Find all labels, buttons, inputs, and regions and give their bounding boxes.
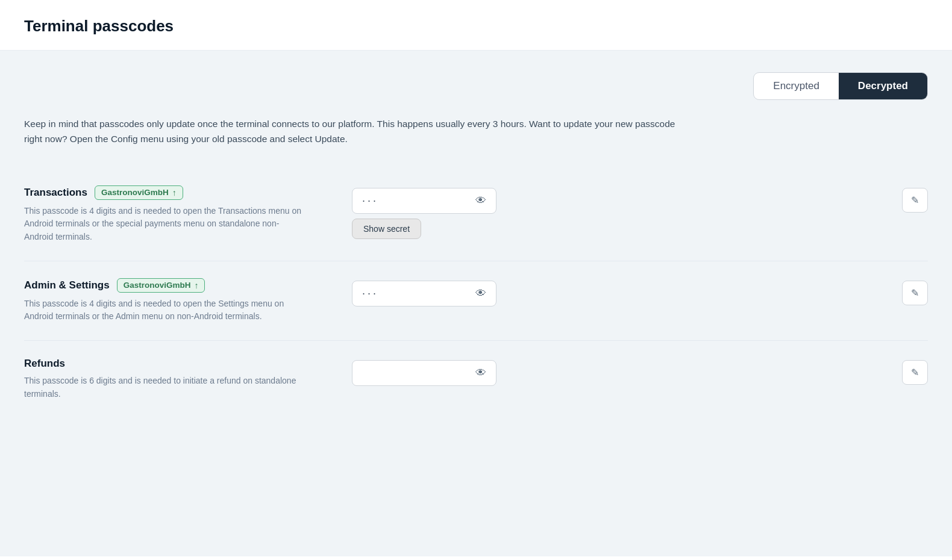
edit-icon-refunds: ✎ [911,367,919,378]
show-secret-button-transactions[interactable]: Show secret [352,219,421,239]
passcode-info-refunds: Refunds This passcode is 6 digits and is… [24,358,337,400]
passcode-value-refunds [362,367,468,379]
passcode-name-transactions: Transactions [24,187,87,199]
passcode-right-transactions: ✎ [902,185,928,213]
info-text: Keep in mind that passcodes only update … [24,117,687,147]
passcode-name-row-admin: Admin & Settings GastronoviGmbH ↑ [24,278,337,293]
passcode-name-refunds: Refunds [24,358,65,370]
passcode-input-row-refunds: 👁 [352,360,496,386]
passcode-item-refunds: Refunds This passcode is 6 digits and is… [24,341,928,417]
passcode-value-transactions: ··· [362,194,468,207]
passcode-name-row-refunds: Refunds [24,358,337,370]
passcode-info-admin: Admin & Settings GastronoviGmbH ↑ This p… [24,278,337,323]
org-badge-admin: GastronoviGmbH ↑ [117,278,205,293]
eye-icon-admin[interactable]: 👁 [475,287,486,300]
passcode-right-refunds: ✎ [902,358,928,385]
edit-icon-admin: ✎ [911,287,919,299]
passcode-desc-refunds: This passcode is 6 digits and is needed … [24,375,301,400]
passcode-field-area-refunds: 👁 [352,358,888,386]
edit-button-admin[interactable]: ✎ [902,281,928,305]
passcode-field-area-admin: ··· 👁 [352,278,888,306]
edit-button-refunds[interactable]: ✎ [902,360,928,385]
encrypted-toggle[interactable]: Encrypted [754,73,839,99]
org-name-transactions: GastronoviGmbH [101,188,169,197]
page-header: Terminal passcodes [0,0,952,51]
passcode-right-admin: ✎ [902,278,928,305]
passcode-name-row-transactions: Transactions GastronoviGmbH ↑ [24,185,337,200]
passcode-input-row-transactions: ··· 👁 [352,188,496,214]
org-name-admin: GastronoviGmbH [124,281,191,290]
passcode-item-admin: Admin & Settings GastronoviGmbH ↑ This p… [24,261,928,341]
passcode-field-area-transactions: ··· 👁 Show secret [352,185,888,239]
org-badge-transactions: GastronoviGmbH ↑ [95,185,183,200]
passcode-desc-transactions: This passcode is 4 digits and is needed … [24,205,301,244]
passcode-name-admin: Admin & Settings [24,279,110,291]
passcode-field-admin: ··· 👁 [352,281,496,306]
passcode-input-row-admin: ··· 👁 [352,281,496,306]
org-arrow-icon-transactions: ↑ [172,188,177,198]
toggle-group: Encrypted Decrypted [753,72,928,100]
toggle-row: Encrypted Decrypted [24,72,928,100]
decrypted-toggle[interactable]: Decrypted [839,73,927,99]
passcode-desc-admin: This passcode is 4 digits and is needed … [24,297,301,323]
passcode-info-transactions: Transactions GastronoviGmbH ↑ This passc… [24,185,337,244]
edit-icon-transactions: ✎ [911,194,919,206]
passcode-field-transactions: ··· 👁 [352,188,496,214]
passcode-field-refunds: 👁 [352,360,496,386]
org-arrow-icon-admin: ↑ [194,281,198,290]
passcode-value-admin: ··· [362,287,468,300]
page-title: Terminal passcodes [24,17,928,36]
eye-icon-refunds[interactable]: 👁 [475,367,486,379]
main-content: Encrypted Decrypted Keep in mind that pa… [0,51,952,556]
passcode-list: Transactions GastronoviGmbH ↑ This passc… [24,169,928,418]
eye-icon-transactions[interactable]: 👁 [475,194,486,207]
edit-button-transactions[interactable]: ✎ [902,188,928,213]
passcode-item-transactions: Transactions GastronoviGmbH ↑ This passc… [24,169,928,261]
